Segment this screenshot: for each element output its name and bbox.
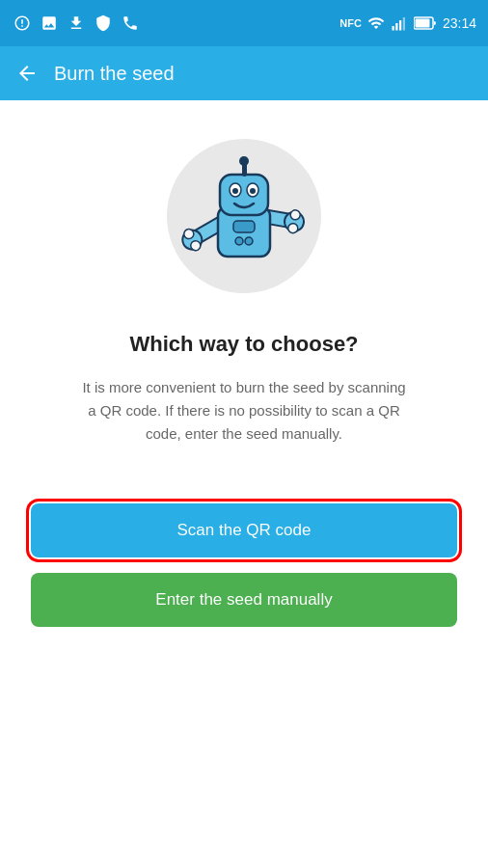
status-bar-right: NFC 23:14 <box>339 14 476 32</box>
viber-icon <box>120 13 141 34</box>
app-bar-title: Burn the seed <box>54 63 175 85</box>
signal-icon <box>391 14 408 32</box>
main-description: It is more convenient to burn the seed b… <box>80 376 408 446</box>
svg-rect-0 <box>392 26 393 31</box>
illustration-container <box>167 139 321 293</box>
svg-rect-15 <box>220 175 268 215</box>
svg-point-23 <box>235 237 243 245</box>
battery-icon <box>414 16 437 30</box>
photo-icon <box>39 13 60 34</box>
nfc-label: NFC <box>339 17 362 29</box>
svg-point-17 <box>239 156 249 166</box>
main-content: Which way to choose? It is more convenie… <box>0 100 488 868</box>
svg-rect-1 <box>395 23 397 31</box>
skype-icon <box>12 13 33 34</box>
scan-qr-button[interactable]: Scan the QR code <box>31 503 457 557</box>
download-icon <box>66 13 87 34</box>
status-icons <box>12 13 141 34</box>
svg-rect-3 <box>403 17 405 31</box>
svg-rect-2 <box>399 20 401 31</box>
svg-point-12 <box>289 209 301 221</box>
status-bar: NFC 23:14 <box>0 0 488 46</box>
back-button[interactable] <box>15 62 39 85</box>
svg-point-24 <box>245 237 253 245</box>
svg-point-13 <box>287 223 299 234</box>
svg-rect-5 <box>415 19 429 28</box>
svg-point-20 <box>232 188 238 194</box>
enter-manually-button[interactable]: Enter the seed manually <box>31 573 457 627</box>
time-display: 23:14 <box>443 15 476 31</box>
buttons-container: Scan the QR code Enter the seed manually <box>31 503 457 627</box>
svg-rect-22 <box>233 221 255 232</box>
shield-icon <box>93 13 114 34</box>
wifi-icon <box>367 14 385 32</box>
svg-point-21 <box>250 188 256 194</box>
main-heading: Which way to choose? <box>129 332 358 357</box>
app-bar: Burn the seed <box>0 46 488 100</box>
robot-illustration <box>181 153 307 279</box>
